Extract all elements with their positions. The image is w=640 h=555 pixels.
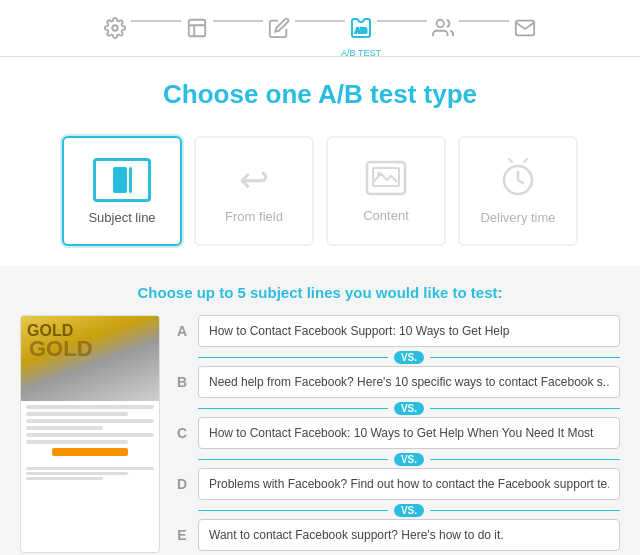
preview-btn [52, 448, 129, 456]
preview-line [26, 412, 128, 416]
subject-letter-e: E [174, 527, 190, 543]
preview-line [26, 419, 154, 423]
abtest-icon: A/B [345, 12, 377, 44]
preview-line [26, 467, 154, 470]
subject-letter-b: B [174, 374, 190, 390]
subject-section-title: Choose up to 5 subject lines you would l… [20, 284, 620, 301]
subject-input-a[interactable] [198, 315, 620, 347]
vs-badge: VS. [394, 351, 424, 364]
preview-line [26, 433, 154, 437]
page-title-section: Choose one A/B test type [0, 57, 640, 126]
preview-line [26, 405, 154, 409]
wizard-line-5 [459, 20, 509, 22]
vs-line [430, 408, 620, 409]
subject-section: Choose up to 5 subject lines you would l… [0, 266, 640, 555]
page-title: Choose one A/B test type [20, 79, 620, 110]
subject-lines-list: A VS. B VS. C [174, 315, 620, 553]
compose-icon [263, 12, 295, 44]
abtest-label: A/B TEST [341, 48, 381, 58]
email-preview: GOLD [20, 315, 160, 553]
preview-line [26, 426, 103, 430]
email-preview-footer [21, 464, 159, 486]
wizard-step-send[interactable] [509, 12, 541, 44]
vs-line [430, 459, 620, 460]
vs-separator-de: VS. [174, 502, 620, 519]
from-field-icon: ↩ [239, 159, 269, 201]
from-field-label: From field [225, 209, 283, 224]
vs-separator-cd: VS. [174, 451, 620, 468]
vs-line [198, 357, 388, 358]
subject-row-b: B [174, 366, 620, 398]
vs-separator-bc: VS. [174, 400, 620, 417]
test-card-from-field: ↩ From field [194, 136, 314, 246]
preview-line [26, 440, 128, 444]
test-card-delivery-time: Delivery time [458, 136, 578, 246]
wizard-line-1 [131, 20, 181, 22]
subject-row-a: A [174, 315, 620, 347]
subject-input-c[interactable] [198, 417, 620, 449]
send-icon [509, 12, 541, 44]
subject-input-e[interactable] [198, 519, 620, 551]
wizard-step-template[interactable] [181, 12, 213, 44]
subject-content: GOLD A [20, 315, 620, 553]
svg-text:A/B: A/B [355, 27, 367, 34]
vs-badge: VS. [394, 402, 424, 415]
svg-point-6 [377, 172, 381, 176]
vs-line [198, 408, 388, 409]
wizard-line-3 [295, 20, 345, 22]
delivery-time-icon [498, 158, 538, 202]
subject-input-d[interactable] [198, 468, 620, 500]
vs-line [198, 459, 388, 460]
vs-separator-ab: VS. [174, 349, 620, 366]
preview-line [26, 472, 128, 475]
wizard-step-settings[interactable] [99, 12, 131, 44]
subject-input-b[interactable] [198, 366, 620, 398]
subject-row-e: E [174, 519, 620, 551]
content-icon [365, 160, 407, 200]
wizard-line-2 [213, 20, 263, 22]
subject-row-d: D [174, 468, 620, 500]
vs-line [198, 510, 388, 511]
template-icon [181, 12, 213, 44]
svg-rect-0 [189, 20, 206, 37]
test-types-container: Subject line ↩ From field Content Delive… [0, 126, 640, 266]
wizard-step-recipients[interactable] [427, 12, 459, 44]
delivery-time-label: Delivery time [480, 210, 555, 225]
subject-row-c: C [174, 417, 620, 449]
recipients-icon [427, 12, 459, 44]
wizard-line-4 [377, 20, 427, 22]
vs-badge: VS. [394, 453, 424, 466]
wizard-step-abtest[interactable]: A/B A/B TEST [345, 12, 377, 44]
test-card-content: Content [326, 136, 446, 246]
test-card-subject-line[interactable]: Subject line [62, 136, 182, 246]
subject-line-label: Subject line [88, 210, 155, 225]
email-preview-image: GOLD [21, 316, 159, 401]
vs-badge: VS. [394, 504, 424, 517]
subject-letter-a: A [174, 323, 190, 339]
subject-letter-d: D [174, 476, 190, 492]
vs-line [430, 510, 620, 511]
wizard-step-compose[interactable] [263, 12, 295, 44]
content-label: Content [363, 208, 409, 223]
svg-point-3 [437, 20, 444, 27]
preview-line [26, 477, 103, 480]
vs-line [430, 357, 620, 358]
subject-letter-c: C [174, 425, 190, 441]
settings-icon [99, 12, 131, 44]
wizard-nav: A/B A/B TEST [0, 0, 640, 57]
email-preview-body [21, 401, 159, 464]
